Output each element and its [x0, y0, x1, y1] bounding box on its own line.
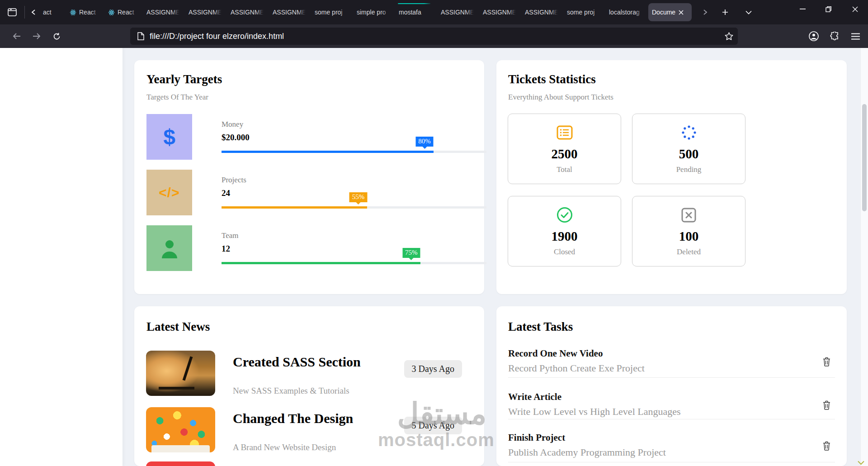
page-scrollbar[interactable]: [860, 48, 868, 466]
tab-some-project-1[interactable]: some proj: [311, 3, 349, 21]
target-row-projects: </> Projects 24 55%: [146, 170, 472, 215]
task-subtitle: Record Python Create Exe Project: [508, 362, 645, 374]
tab-react-1[interactable]: React: [66, 3, 100, 21]
code-icon: </>: [146, 170, 192, 215]
task-divider: [508, 377, 835, 378]
dollar-icon: $: [146, 114, 192, 160]
tab-localstorage[interactable]: localstorag: [605, 3, 644, 21]
progress-track: 75%: [222, 262, 486, 264]
scroll-tabs-left-button[interactable]: [28, 4, 39, 21]
tab-label: some proj: [567, 9, 594, 16]
news-item-title: Changed The Design: [233, 411, 353, 426]
list-all-tabs-button[interactable]: [742, 5, 755, 19]
tickets-title: Tickets Statistics: [508, 72, 835, 86]
scrollbar-thumb[interactable]: [862, 104, 867, 211]
task-divider: [508, 419, 835, 419]
ticket-box-deleted: 100 Deleted: [632, 196, 745, 266]
tab-react-2[interactable]: React: [104, 3, 139, 21]
news-row: Changed The Design A Brand New Website D…: [146, 407, 472, 452]
task-title: Write Article: [508, 391, 561, 403]
tab-assignment-7[interactable]: ASSIGNME: [521, 3, 559, 21]
tab-label: Docume: [652, 9, 675, 16]
task-row: Record One New Video Record Python Creat…: [508, 344, 835, 386]
tab-label: mostafa: [399, 9, 421, 16]
progress-fill: [222, 206, 367, 209]
tab-assignment-4[interactable]: ASSIGNME: [269, 3, 307, 21]
ticket-label: Closed: [508, 247, 621, 257]
tab-simple-pro[interactable]: simple pro: [353, 3, 391, 21]
progress-fill: [222, 151, 434, 153]
progress-fill: [222, 262, 420, 264]
progress-badge: 80%: [415, 137, 434, 147]
ticket-count: 500: [632, 147, 745, 162]
yearly-targets-card: Yearly Targets Targets Of The Year $ Mon…: [134, 60, 484, 294]
forward-button[interactable]: [29, 29, 44, 44]
ticket-count: 100: [632, 229, 745, 244]
delete-task-trash-icon[interactable]: [823, 441, 830, 451]
close-tab-icon[interactable]: [679, 10, 684, 15]
restore-button[interactable]: [816, 0, 842, 18]
scroll-tabs-right-button[interactable]: [698, 5, 712, 19]
tab-strip: act React React ASSIGNME ASSIGNME ASSIGN…: [39, 0, 696, 24]
target-row-money: $ Money $20.000 80%: [146, 114, 472, 160]
yearly-targets-subtitle: Targets Of The Year: [146, 93, 472, 102]
latest-news-card: Latest News Created SASS Section New SAS…: [134, 306, 484, 466]
tab-document-active[interactable]: Docume: [648, 3, 692, 21]
ticket-box-total: 2500 Total: [508, 114, 621, 184]
news-image-design: [146, 407, 215, 452]
bookmark-star-icon[interactable]: [725, 32, 733, 40]
delete-task-trash-icon[interactable]: [823, 400, 830, 410]
new-tab-button[interactable]: [718, 5, 732, 19]
task-subtitle: Write Low Level vs High Level Languages: [508, 406, 681, 418]
latest-tasks-card: Latest Tasks Record One New Video Record…: [496, 306, 847, 466]
tab-assignment-3[interactable]: ASSIGNME: [227, 3, 265, 21]
ticket-box-closed: 1900 Closed: [508, 196, 621, 266]
tab-assignment-5[interactable]: ASSIGNME: [437, 3, 475, 21]
latest-tasks-title: Latest Tasks: [508, 320, 573, 334]
news-time-badge: 5 Days Ago: [404, 417, 462, 434]
scroll-down-chevron-icon[interactable]: [858, 461, 864, 465]
task-row: Finish Project Publish Academy Programmi…: [508, 428, 835, 466]
tab-assignment-1[interactable]: ASSIGNME: [143, 3, 181, 21]
tab-assignment-2[interactable]: ASSIGNME: [185, 3, 223, 21]
menu-hamburger-icon[interactable]: [848, 29, 863, 43]
target-row-team: Team 12 75%: [146, 225, 472, 271]
tab-some-project-2[interactable]: some proj: [563, 3, 601, 21]
news-item-subtitle: A Brand New Website Design: [233, 442, 336, 452]
target-label: Projects: [222, 176, 246, 185]
close-window-button[interactable]: [842, 0, 868, 18]
ticket-label: Total: [508, 165, 621, 174]
firefox-view-icon[interactable]: [4, 4, 21, 21]
progress-badge: 55%: [349, 192, 368, 202]
ticket-label: Deleted: [632, 247, 745, 257]
reload-button[interactable]: [49, 29, 64, 44]
browser-tab-bar: act React React ASSIGNME ASSIGNME ASSIGN…: [0, 0, 868, 24]
progress-track: 80%: [222, 151, 486, 153]
delete-task-trash-icon[interactable]: [823, 357, 830, 366]
tab-act[interactable]: act: [39, 3, 62, 21]
list-icon: [508, 124, 621, 141]
tickets-statistics-card: Tickets Statistics Everything About Supp…: [496, 60, 847, 294]
news-item-title: Created SASS Section: [233, 354, 361, 370]
ticket-box-pending: 500 Pending: [632, 114, 745, 184]
x-square-icon: [632, 206, 745, 223]
extensions-puzzle-icon[interactable]: [827, 29, 842, 43]
tab-label: simple pro: [357, 9, 386, 16]
progress-track: 55%: [222, 206, 486, 209]
tab-label: some proj: [315, 9, 342, 16]
minimize-button[interactable]: [789, 0, 816, 18]
react-icon: [70, 9, 76, 16]
task-title: Finish Project: [508, 432, 565, 443]
task-row: Write Article Write Low Level vs High Le…: [508, 388, 835, 430]
tab-assignment-6[interactable]: ASSIGNME: [479, 3, 517, 21]
tab-mostafa[interactable]: mostafa: [395, 3, 433, 21]
task-title: Record One New Video: [508, 348, 603, 359]
ticket-count: 2500: [508, 147, 621, 162]
back-button[interactable]: [9, 29, 24, 44]
account-icon[interactable]: [807, 29, 821, 43]
news-time-badge: 3 Days Ago: [404, 360, 462, 378]
news-item-subtitle: New SASS Examples & Tutorials: [233, 386, 349, 396]
tickets-subtitle: Everything About Support Tickets: [508, 93, 835, 102]
news-row-partial: [146, 461, 472, 466]
url-bar[interactable]: file:///D:/project four elzero/index.htm…: [130, 28, 738, 45]
